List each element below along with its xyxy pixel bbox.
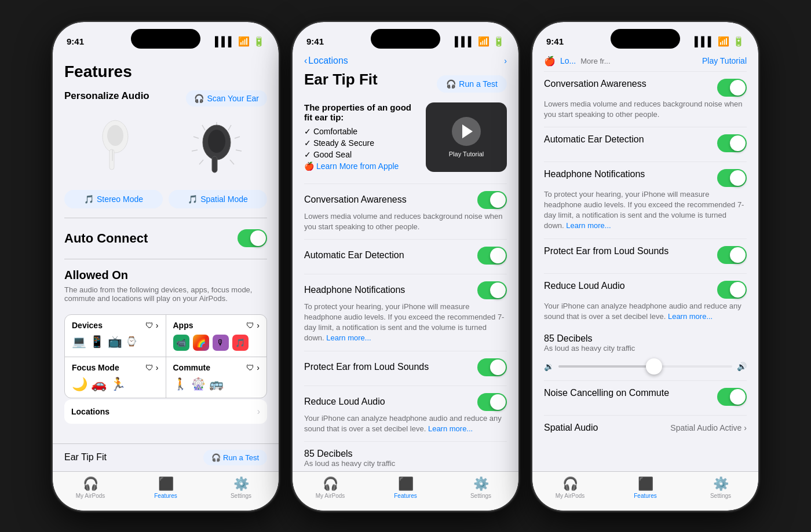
tab-features-1[interactable]: ⬛ Features	[128, 476, 203, 499]
conversation-header-p3: Conversation Awareness	[544, 79, 747, 97]
learn-apple-link[interactable]: 🍎 Learn More from Apple	[304, 162, 419, 171]
reduce-loud-toggle-p2[interactable]	[477, 393, 507, 411]
auto-connect-toggle[interactable]	[238, 229, 267, 247]
protect-ear-toggle-p3[interactable]	[717, 246, 747, 264]
check-comfortable: ✓ Comfortable	[304, 127, 419, 136]
conversation-toggle-p2[interactable]	[477, 191, 507, 209]
tab-settings-3[interactable]: ⚙️ Settings	[683, 476, 758, 499]
tab-my-airpods-2[interactable]: 🎧 My AirPods	[293, 476, 368, 499]
status-icons-2: ▌▌▌ 📶 🔋	[455, 36, 505, 47]
tab-bar-1: 🎧 My AirPods ⬛ Features ⚙️ Settings	[53, 471, 279, 511]
scan-icon: 🎧	[194, 94, 204, 103]
svg-point-1	[107, 125, 123, 146]
check-seal: ✓ Good Seal	[304, 150, 419, 159]
commute-cell[interactable]: Commute 🛡 › 🚶 🎡 🚌	[166, 357, 267, 398]
svg-point-14	[208, 130, 225, 153]
focus-mode-title: Focus Mode	[72, 363, 119, 372]
spatial-audio-row-p3[interactable]: Spatial Audio Spatial Audio Active ›	[544, 415, 747, 440]
commute-icons: 🚶 🎡 🚌	[173, 377, 260, 391]
protect-ear-header-p2: Protect Ear from Loud Sounds	[304, 358, 507, 376]
tab-settings-label-1: Settings	[231, 493, 251, 499]
headphone-toggle-p3[interactable]	[717, 169, 747, 187]
run-test-icon-p2: 🎧	[446, 79, 456, 89]
run-test-button-p1[interactable]: 🎧 Run a Test	[203, 450, 267, 465]
ear-tip-text: Ear Tip Fit	[64, 452, 107, 463]
phone-1: 9:41 ▌▌▌ 📶 🔋 Features Personalize Audio …	[53, 22, 279, 511]
devices-cell[interactable]: Devices 🛡 › 💻 📱 📺 ⌚	[65, 315, 166, 357]
wifi-icon: 📶	[238, 36, 250, 47]
apps-cell[interactable]: Apps 🛡 › 📹 🌈 🎙 🎵	[166, 315, 267, 357]
check-steady: ✓ Steady & Secure	[304, 138, 419, 148]
run-test-button-p2[interactable]: 🎧 Run a Test	[437, 75, 507, 93]
conversation-toggle-p3[interactable]	[717, 79, 747, 97]
learn-more2-link-p2[interactable]: Learn more...	[428, 424, 473, 433]
apple-icon-p3: 🍎	[544, 56, 556, 67]
reduce-loud-header-p2: Reduce Loud Audio	[304, 393, 507, 411]
focus-mode-cell[interactable]: Focus Mode 🛡 › 🌙 🚗 🏃	[65, 357, 166, 398]
tab-settings-1[interactable]: ⚙️ Settings	[203, 476, 279, 499]
auto-ear-header-p2: Automatic Ear Detection	[304, 247, 507, 265]
car-icon: 🚗	[91, 377, 107, 392]
dynamic-island-3	[611, 29, 680, 49]
tab-settings-2[interactable]: ⚙️ Settings	[443, 476, 518, 499]
reduce-loud-toggle-p3[interactable]	[717, 281, 747, 299]
stereo-mode-button[interactable]: 🎵 Stereo Mode	[64, 190, 163, 208]
auto-ear-title-p3: Automatic Ear Detection	[544, 134, 710, 145]
headphone-toggle-p2[interactable]	[477, 281, 507, 299]
breadcrumb-more-p3: More fr...	[580, 57, 610, 65]
personalize-label: Personalize Audio	[64, 90, 149, 102]
signal-icon: ▌▌▌	[215, 36, 235, 47]
learn-more-link-p2[interactable]: Learn more...	[326, 333, 371, 342]
features-title: Features	[64, 63, 267, 81]
auto-ear-toggle-p2[interactable]	[477, 247, 507, 265]
apple-icon-p2: 🍎	[304, 162, 314, 171]
protect-ear-toggle-p2[interactable]	[477, 358, 507, 376]
headphone-desc-p3: To protect your hearing, your iPhone wil…	[544, 189, 747, 232]
volume-slider-track[interactable]	[558, 365, 732, 368]
reduce-loud-desc-p3: Your iPhone can analyze headphone audio …	[544, 301, 747, 322]
nav-back-2[interactable]: ‹ Locations	[304, 56, 348, 66]
phone2-main: The properties of an good fit ear tip: ✓…	[293, 102, 518, 471]
svg-line-12	[199, 160, 203, 164]
reduce-loud-row-p2: Reduce Loud Audio Your iPhone can analyz…	[304, 386, 507, 441]
focus-icons: 🌙 🚗 🏃	[72, 377, 159, 392]
play-tutorial-link-p3[interactable]: Play Tutorial	[702, 56, 747, 65]
noise-cancelling-toggle-p3[interactable]	[717, 388, 747, 406]
play-triangle	[462, 124, 473, 138]
tab-features-3[interactable]: ⬛ Features	[608, 476, 683, 499]
learn-more-link-p3[interactable]: Learn more...	[566, 221, 611, 230]
spatial-icon: 🎵	[188, 195, 198, 204]
locations-row[interactable]: Locations ›	[64, 399, 267, 424]
phone-2: 9:41 ▌▌▌ 📶 🔋 ‹ Locations › Ear Tip Fit 🎧…	[293, 22, 518, 511]
tab-features-2[interactable]: ⬛ Features	[368, 476, 443, 499]
settings-tab-icon-3: ⚙️	[713, 476, 729, 491]
allowed-on-section: Allowed On The audio from the following …	[64, 264, 267, 314]
devices-title: Devices	[72, 321, 103, 330]
tab-features-label-2: Features	[394, 493, 417, 499]
svg-rect-15	[212, 156, 217, 173]
headphone-header-p2: Headphone Notifications	[304, 281, 507, 299]
wheel-icon: 🎡	[191, 377, 206, 391]
nav-arrow-2: ›	[504, 56, 507, 65]
auto-connect-title: Auto Connect	[64, 231, 148, 246]
breadcrumb-p3[interactable]: Lo...	[560, 56, 576, 65]
auto-ear-toggle-p3[interactable]	[717, 134, 747, 152]
time-2: 9:41	[306, 36, 324, 46]
tab-my-airpods-3[interactable]: 🎧 My AirPods	[532, 476, 608, 499]
headphone-desc-p2: To protect your hearing, your iPhone wil…	[304, 302, 507, 344]
learn-more2-link-p3[interactable]: Learn more...	[668, 312, 713, 321]
tab-my-airpods-1[interactable]: 🎧 My AirPods	[53, 476, 128, 499]
dynamic-island-1	[131, 29, 200, 49]
conversation-awareness-row-p3: Conversation Awareness Lowers media volu…	[544, 71, 747, 127]
commute-header: Commute 🛡 ›	[173, 363, 260, 372]
battery-icon-3: 🔋	[733, 36, 744, 47]
watch-icon: ⌚	[126, 336, 137, 347]
protect-ear-header-p3: Protect Ear from Loud Sounds	[544, 246, 747, 264]
spatial-mode-button[interactable]: 🎵 Spatial Mode	[169, 190, 267, 208]
signal-icon-3: ▌▌▌	[695, 36, 714, 47]
play-tutorial-thumb[interactable]: Play Tutorial	[426, 102, 507, 172]
airpods-row	[64, 113, 267, 183]
conversation-desc-p2: Lowers media volume and reduces backgrou…	[304, 211, 507, 232]
scan-ear-button[interactable]: 🎧 Scan Your Ear	[186, 90, 267, 107]
svg-line-9	[202, 125, 205, 130]
